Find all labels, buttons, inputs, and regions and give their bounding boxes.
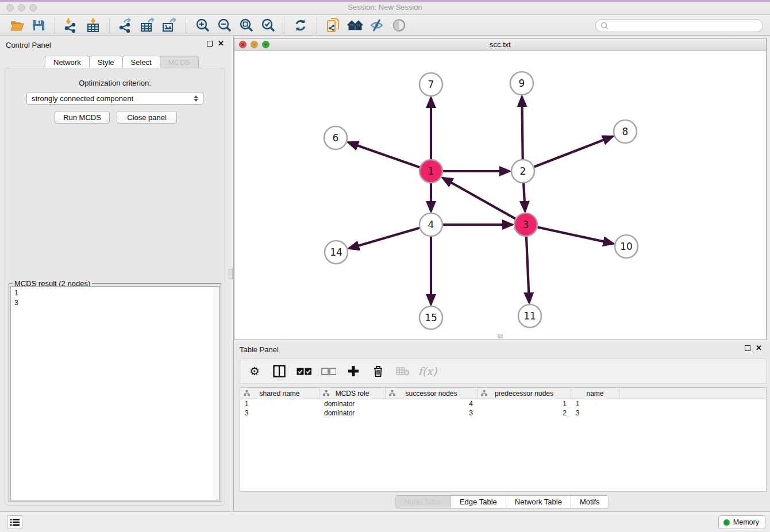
home-icon[interactable] bbox=[347, 17, 363, 33]
table-toolbar: ⚙ f(x) bbox=[240, 358, 767, 384]
session-title: Session: New Session bbox=[0, 3, 770, 11]
hierarchy-icon bbox=[323, 390, 329, 396]
settings-gear-icon[interactable]: ⚙ bbox=[247, 364, 262, 379]
close-panel-button[interactable]: Close panel bbox=[117, 111, 177, 124]
export-image-icon[interactable] bbox=[161, 17, 178, 33]
optimization-criterion-label: Optimization criterion: bbox=[5, 79, 225, 87]
float-panel-icon[interactable] bbox=[207, 41, 213, 47]
edge-3-1 bbox=[442, 178, 516, 219]
edge-4-14 bbox=[349, 228, 420, 249]
cell-successor-nodes[interactable]: 3 bbox=[386, 408, 478, 418]
column-header-name[interactable]: name bbox=[571, 388, 619, 399]
hierarchy-icon bbox=[481, 390, 487, 396]
chevron-up-down-icon bbox=[194, 95, 198, 102]
clone-network-icon[interactable] bbox=[325, 17, 341, 33]
svg-text:7: 7 bbox=[428, 79, 434, 90]
export-table-icon[interactable] bbox=[140, 17, 156, 33]
task-history-button[interactable] bbox=[7, 515, 22, 529]
criterion-value: strongly connected component bbox=[32, 94, 133, 103]
zoom-selected-icon[interactable] bbox=[260, 17, 276, 33]
zoom-in-icon[interactable] bbox=[194, 17, 210, 33]
open-file-icon[interactable] bbox=[9, 17, 25, 33]
show-all-icon[interactable] bbox=[391, 17, 407, 33]
save-session-icon[interactable] bbox=[30, 17, 47, 33]
edge-1-6 bbox=[348, 142, 420, 168]
svg-text:6: 6 bbox=[333, 132, 339, 144]
add-row-icon[interactable] bbox=[346, 364, 361, 379]
svg-text:2: 2 bbox=[520, 165, 526, 177]
svg-text:10: 10 bbox=[620, 241, 633, 252]
cell-successor-nodes[interactable]: 4 bbox=[386, 399, 478, 408]
cell-name[interactable]: 1 bbox=[571, 399, 619, 408]
edge-2-8 bbox=[534, 136, 613, 167]
columns-icon[interactable] bbox=[272, 364, 287, 379]
tab-edge-table[interactable]: Edge Table bbox=[451, 496, 506, 508]
cell-mcds-role[interactable]: dominator bbox=[319, 399, 386, 408]
cell-name[interactable]: 3 bbox=[571, 408, 619, 418]
tab-node-table[interactable]: Node Table bbox=[395, 496, 451, 508]
edge-3-11 bbox=[526, 236, 529, 303]
toolbar-separator bbox=[109, 18, 110, 33]
cell-shared-name[interactable]: 1 bbox=[240, 399, 319, 408]
tab-motifs[interactable]: Motifs bbox=[571, 496, 609, 508]
toolbar-separator bbox=[186, 18, 186, 33]
import-table-icon[interactable] bbox=[85, 17, 101, 33]
table-row[interactable]: 1 dominator 4 1 1 bbox=[240, 399, 766, 408]
select-all-icon[interactable] bbox=[297, 364, 311, 379]
column-header-successor-nodes[interactable]: successor nodes bbox=[386, 388, 478, 399]
table-row[interactable]: 3 dominator 3 2 3 bbox=[240, 408, 766, 418]
table-panel: Table Panel ✕ ⚙ f(x) shared name bbox=[234, 342, 770, 511]
toolbar-separator bbox=[284, 18, 284, 33]
tab-mcds[interactable]: MCDS bbox=[160, 56, 199, 68]
refresh-icon[interactable] bbox=[292, 17, 309, 33]
column-header-mcds-role[interactable]: MCDS role bbox=[319, 388, 386, 399]
svg-text:11: 11 bbox=[523, 310, 536, 322]
mcds-result-text[interactable]: 1 3 bbox=[10, 286, 220, 500]
float-table-panel-icon[interactable] bbox=[745, 345, 750, 351]
main-toolbar bbox=[0, 15, 770, 36]
network-graph[interactable]: 7968124314101511 bbox=[234, 51, 766, 340]
network-title: scc.txt bbox=[234, 40, 766, 49]
zoom-out-icon[interactable] bbox=[216, 17, 232, 33]
import-network-icon[interactable] bbox=[63, 17, 79, 33]
network-window-titlebar[interactable]: ✕ − + scc.txt bbox=[234, 38, 766, 51]
hide-selected-icon[interactable] bbox=[369, 17, 385, 33]
tab-style[interactable]: Style bbox=[89, 56, 122, 68]
svg-text:8: 8 bbox=[622, 126, 629, 137]
edge-3-10 bbox=[537, 227, 614, 244]
cell-predecessor-nodes[interactable]: 1 bbox=[478, 399, 571, 408]
status-bar: Memory bbox=[0, 511, 770, 532]
zoom-fit-icon[interactable] bbox=[238, 17, 254, 33]
canvas-hscroll-thumb[interactable] bbox=[498, 334, 503, 338]
tab-network[interactable]: Network bbox=[45, 56, 89, 68]
hierarchy-icon bbox=[244, 390, 250, 396]
cell-predecessor-nodes[interactable]: 2 bbox=[478, 408, 571, 418]
control-panel: Control Panel ✕ Network Style Select MCD… bbox=[0, 36, 230, 511]
memory-button[interactable]: Memory bbox=[718, 515, 765, 529]
search-input[interactable] bbox=[595, 19, 763, 32]
tab-network-table[interactable]: Network Table bbox=[506, 496, 571, 508]
app-titlebar: Session: New Session bbox=[0, 0, 770, 15]
deselect-all-icon[interactable] bbox=[321, 364, 336, 379]
function-builder-icon[interactable]: f(x) bbox=[420, 364, 435, 379]
column-header-predecessor-nodes[interactable]: predecessor nodes bbox=[478, 388, 571, 399]
column-header-shared-name[interactable]: shared name bbox=[240, 388, 319, 399]
svg-text:15: 15 bbox=[425, 312, 437, 323]
node-table: shared name MCDS role successor nodes pr… bbox=[240, 387, 767, 492]
delete-table-icon[interactable] bbox=[395, 364, 410, 379]
run-mcds-button[interactable]: Run MCDS bbox=[55, 111, 110, 124]
delete-row-trash-icon[interactable] bbox=[371, 364, 386, 379]
tab-select[interactable]: Select bbox=[122, 56, 160, 68]
close-panel-icon[interactable]: ✕ bbox=[218, 41, 224, 47]
export-network-icon[interactable] bbox=[118, 17, 134, 33]
control-panel-tabs: Network Style Select MCDS bbox=[45, 56, 199, 68]
network-canvas[interactable]: 7968124314101511 bbox=[234, 51, 766, 340]
svg-text:1: 1 bbox=[428, 165, 434, 177]
svg-text:14: 14 bbox=[330, 246, 342, 258]
cell-shared-name[interactable]: 3 bbox=[240, 408, 319, 418]
cell-mcds-role[interactable]: dominator bbox=[319, 408, 386, 418]
criterion-dropdown[interactable]: strongly connected component bbox=[26, 92, 203, 105]
splitter-handle[interactable] bbox=[229, 269, 233, 279]
result-scrollbar[interactable] bbox=[213, 287, 219, 500]
close-table-panel-icon[interactable]: ✕ bbox=[756, 345, 762, 351]
